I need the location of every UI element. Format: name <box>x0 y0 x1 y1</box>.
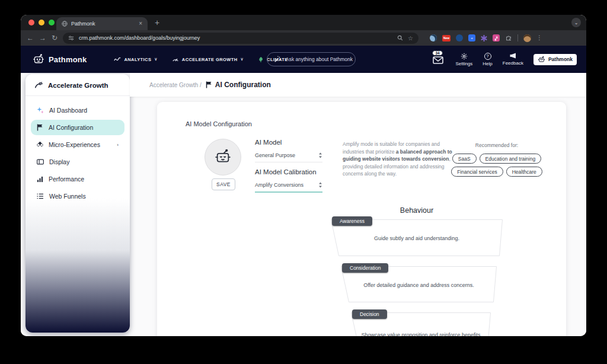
browser-tab[interactable]: Pathmonk × <box>56 17 148 30</box>
flag-icon <box>206 81 212 88</box>
inbox-count-badge: 34 <box>432 50 442 56</box>
sidebar-item-label: AI Configuration <box>49 124 93 131</box>
url-bar[interactable]: crm.pathmonk.com/dashboard/goals/buyingj… <box>63 33 418 44</box>
accelerate-growth-icon <box>34 82 43 89</box>
browser-menu-icon[interactable]: ⋮ <box>536 35 542 41</box>
app-header: Pathmonk ANALYTICS ∨ ACCELERATE GROWTH ∨ <box>21 46 586 73</box>
breadcrumb-parent[interactable]: Accelerate Growth / <box>149 82 202 88</box>
sidebar-item-micro-experiences[interactable]: Micro-Experiences › <box>31 137 124 152</box>
page-title: AI Configuration <box>215 81 271 89</box>
sidebar-item-ai-dashboard[interactable]: AI Dashboard <box>31 103 124 118</box>
envelope-icon <box>433 56 443 64</box>
sidebar-item-ai-configuration[interactable]: AI Configuration <box>31 120 124 135</box>
robot-icon <box>538 56 545 63</box>
megaphone-icon <box>509 53 517 59</box>
tag-saas: SaaS <box>452 154 477 164</box>
minimize-window-button[interactable] <box>39 20 44 25</box>
sidebar-item-performance[interactable]: Performance <box>31 171 124 187</box>
pathmonk-account-button[interactable]: Pathmonk <box>533 54 577 65</box>
search-icon[interactable] <box>397 35 403 41</box>
magic-wand-icon <box>274 56 281 63</box>
sidebar-title: Accelerate Growth <box>48 82 108 89</box>
toolbar-divider <box>517 34 518 41</box>
stage-badge: Awareness <box>332 216 372 226</box>
url-text: crm.pathmonk.com/dashboard/goals/buyingj… <box>79 35 392 41</box>
chevron-down-icon: ∨ <box>241 57 244 62</box>
gear-icon <box>461 53 468 60</box>
nav-label: ACCELERATE GROWTH <box>182 57 238 62</box>
back-button[interactable]: ← <box>27 34 34 41</box>
help-label: Help <box>483 61 492 66</box>
chevron-right-icon: › <box>117 142 119 148</box>
tab-search-chevron-button[interactable]: ⌄ <box>571 18 581 27</box>
site-info-icon[interactable] <box>68 35 74 41</box>
breadcrumb-current: AI Configuration <box>206 81 271 89</box>
new-tab-button[interactable]: + <box>155 18 159 27</box>
ai-model-label: AI Model <box>255 139 282 146</box>
calibration-select[interactable]: Amplify Conversions <box>255 182 322 193</box>
extension-icon[interactable]: ▞ <box>493 34 500 41</box>
close-window-button[interactable] <box>28 20 34 25</box>
header-nav: ANALYTICS ∨ ACCELERATE GROWTH ∨ CLIMATE <box>114 56 287 63</box>
stage-text: Showcase value proposition and reinforce… <box>357 332 485 336</box>
extension-new-badge-icon[interactable]: New <box>442 35 451 41</box>
ai-config-card: AI Model Configuration SAVE AI Model Gen… <box>157 102 566 336</box>
settings-button[interactable]: Settings <box>455 53 472 66</box>
extensions-puzzle-icon[interactable] <box>505 34 512 41</box>
tag-healthcare: Healthcare <box>506 167 542 177</box>
recommended-title: Recommended for: <box>433 142 560 148</box>
breadcrumb: Accelerate Growth / AI Configuration <box>130 73 586 97</box>
sidebar-item-display[interactable]: Display <box>31 154 124 170</box>
help-button[interactable]: ? Help <box>483 53 492 66</box>
tab-strip: Pathmonk × + ⌄ <box>21 15 586 30</box>
forward-button[interactable]: → <box>39 34 46 41</box>
profile-avatar[interactable] <box>523 34 531 42</box>
nav-label: ANALYTICS <box>124 57 151 62</box>
ask-anything-search[interactable]: Ask anything about Pathmonk <box>267 52 356 66</box>
sidebar-item-label: Web Funnels <box>49 193 86 200</box>
sidebar-item-web-funnels[interactable]: Web Funnels <box>31 189 124 204</box>
recommended-tags: SaaS Education and training Financial se… <box>433 154 560 177</box>
browser-toolbar: ← → ↻ crm.pathmonk.com/dashboard/goals/b… <box>21 30 586 46</box>
zoom-window-button[interactable] <box>49 20 55 25</box>
funnel-stage-decision: Decision Showcase value proposition and … <box>351 312 491 336</box>
ai-model-value: General Purpose <box>255 152 295 158</box>
ai-model-select[interactable]: General Purpose <box>255 152 322 162</box>
extension-icon[interactable] <box>456 34 463 41</box>
chevron-down-icon: ∨ <box>154 57 158 62</box>
growth-gauge-icon <box>172 56 179 62</box>
extension-bar: New « ▞ ⋮ <box>430 34 542 42</box>
search-placeholder-text: Ask anything about Pathmonk <box>286 56 353 62</box>
nav-analytics[interactable]: ANALYTICS ∨ <box>114 57 157 62</box>
behaviour-title: Behaviour <box>331 206 503 215</box>
reload-button[interactable]: ↻ <box>52 34 57 41</box>
stage-badge: Consideration <box>342 263 388 273</box>
close-tab-icon[interactable]: × <box>139 21 142 27</box>
globe-favicon-icon <box>62 21 68 27</box>
sidebar-item-label: AI Dashboard <box>49 107 87 114</box>
list-icon <box>37 193 44 199</box>
sparkles-icon <box>37 107 44 114</box>
micro-experiences-icon <box>37 142 43 148</box>
bookmark-star-icon[interactable]: ☆ <box>408 35 413 41</box>
bar-chart-icon <box>37 176 43 183</box>
flag-icon <box>37 124 43 131</box>
window-controls <box>28 20 55 25</box>
tab-title: Pathmonk <box>71 21 135 27</box>
analytics-wave-icon <box>114 57 121 62</box>
section-title: AI Model Configuration <box>186 120 252 127</box>
help-icon: ? <box>484 53 491 60</box>
inbox-button[interactable]: 34 <box>432 53 445 66</box>
feedback-label: Feedback <box>503 60 523 66</box>
nav-accelerate-growth[interactable]: ACCELERATE GROWTH ∨ <box>172 56 244 62</box>
save-button[interactable]: SAVE <box>212 178 235 190</box>
extension-icon[interactable] <box>481 35 487 41</box>
extension-icon[interactable]: « <box>468 34 475 41</box>
climate-leaf-icon <box>258 56 264 63</box>
pathmonk-logo[interactable]: Pathmonk <box>33 54 87 65</box>
extension-icon[interactable] <box>430 34 437 41</box>
sidebar-header: Accelerate Growth <box>25 74 130 96</box>
feedback-button[interactable]: Feedback <box>503 53 523 66</box>
browser-window: Pathmonk × + ⌄ ← → ↻ crm.pathmonk.com/da… <box>21 15 586 336</box>
stage-badge: Decision <box>352 309 387 319</box>
